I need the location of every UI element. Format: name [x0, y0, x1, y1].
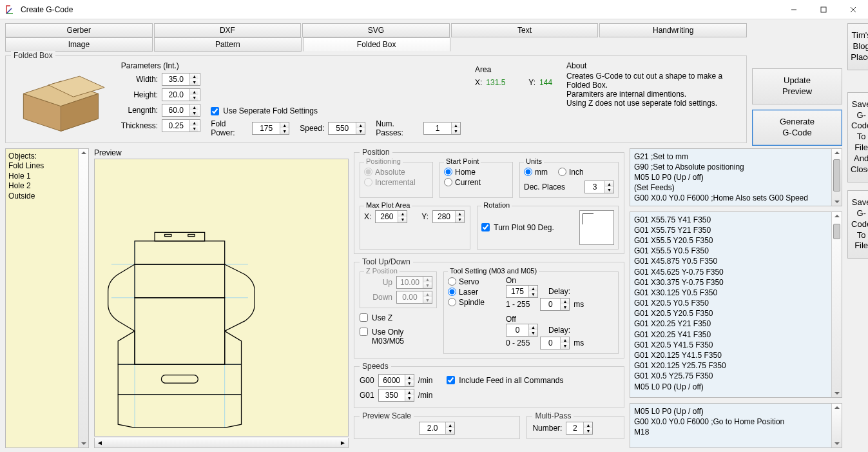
- preview-scale-group: Preview Scale ▲▼: [354, 416, 520, 439]
- titlebar: Create G-Code: [0, 0, 868, 19]
- positioning-incremental: Incremental: [364, 178, 429, 187]
- gcode-body-scrollbar[interactable]: [831, 212, 842, 397]
- maximize-button[interactable]: [809, 0, 838, 19]
- height-label: Height:: [121, 90, 158, 99]
- off-delay-spinner[interactable]: ▲▼: [540, 337, 570, 349]
- objects-list[interactable]: Objects: Fold Lines Hole 1 Hole 2 Outsid…: [5, 148, 89, 448]
- window-title: Create G-Code: [21, 5, 779, 14]
- tab-row-2: Image Pattern Folded Box: [5, 37, 450, 52]
- params-legend: Parameters (Int.): [121, 61, 200, 70]
- startpoint-current[interactable]: Current: [444, 178, 508, 187]
- speeds-group: Speeds G00 ▲▼ /min Include Feed in all C…: [354, 366, 624, 408]
- use-z-check[interactable]: Use Z: [360, 313, 437, 322]
- fold-power-spinner[interactable]: ▲▼: [252, 122, 289, 135]
- position-group: Position Positioning Absolute Incrementa…: [354, 152, 624, 254]
- gcode-footer-scrollbar[interactable]: [831, 404, 842, 447]
- object-item[interactable]: Outside: [8, 192, 75, 202]
- thickness-label: Thickness:: [121, 121, 158, 130]
- tab-image[interactable]: Image: [5, 37, 153, 52]
- tab-pattern[interactable]: Pattern: [154, 37, 302, 52]
- thickness-spinner[interactable]: ▲▼: [162, 119, 200, 132]
- area-y-value: 144: [539, 78, 552, 87]
- num-passes-spinner[interactable]: ▲▼: [423, 122, 461, 135]
- close-button[interactable]: [838, 0, 868, 19]
- object-item[interactable]: Hole 2: [8, 181, 75, 192]
- blog-button[interactable]: Tim's Blog Place: [847, 23, 868, 70]
- tab-text[interactable]: Text: [451, 23, 599, 37]
- tool-servo[interactable]: Servo: [448, 277, 499, 286]
- save-and-close-button[interactable]: Save G-Code To File And Close: [847, 92, 868, 182]
- off-value-spinner[interactable]: ▲▼: [506, 324, 538, 337]
- tool-spindle[interactable]: Spindle: [448, 298, 499, 307]
- objects-label: Objects:: [8, 152, 75, 162]
- svg-rect-16: [135, 241, 225, 264]
- preview-h-scrollbar[interactable]: ◄►: [94, 438, 349, 448]
- fold-speed-label: Speed:: [300, 124, 324, 133]
- svg-rect-19: [161, 375, 198, 382]
- area-x-value: 131.5: [486, 78, 505, 87]
- length-label: Lengnth:: [121, 106, 158, 115]
- include-feed-check[interactable]: Include Feed in all Commands: [447, 376, 563, 385]
- folded-box-group: Folded Box Parameters (Int.): [5, 55, 747, 143]
- tab-dxf[interactable]: DXF: [154, 23, 302, 37]
- on-value-spinner[interactable]: ▲▼: [506, 285, 538, 298]
- rotation-preview: [579, 210, 614, 245]
- tool-group: Tool Up/Down Z Position Up▲▼ Down▲▼ Use …: [354, 262, 624, 359]
- svg-rect-20: [165, 234, 171, 236]
- preview-scale-spinner[interactable]: ▲▼: [419, 422, 455, 435]
- svg-rect-21: [188, 234, 195, 236]
- svg-rect-17: [155, 232, 205, 241]
- gcode-header-box[interactable]: G21 ;Set to mm G90 ;Set to Absolute posi…: [630, 148, 842, 206]
- use-seperate-fold-check[interactable]: Use Seperate Fold Settings: [211, 106, 461, 115]
- maxplot-y-spinner[interactable]: ▲▼: [432, 210, 465, 223]
- on-delay-spinner[interactable]: ▲▼: [540, 298, 570, 311]
- tab-handwriting[interactable]: Handwriting: [599, 23, 747, 37]
- maxplot-x-spinner[interactable]: ▲▼: [375, 210, 407, 223]
- area-y-label: Y:: [528, 78, 535, 87]
- save-to-file-button[interactable]: Save G-Code To File: [847, 190, 868, 259]
- multipass-group: Multi-Pass Number: ▲▼: [526, 416, 624, 439]
- g01-spinner[interactable]: ▲▼: [378, 389, 414, 402]
- about-legend: About: [566, 61, 741, 70]
- use-only-m03-check[interactable]: Use Only M03/M05: [360, 328, 437, 346]
- g00-spinner[interactable]: ▲▼: [378, 374, 414, 387]
- tab-folded-box[interactable]: Folded Box: [303, 37, 450, 52]
- turn-plot-90-check[interactable]: Turn Plot 90 Deg.: [481, 223, 554, 232]
- update-preview-button[interactable]: Update Preview: [752, 68, 842, 104]
- area-x-label: X:: [475, 78, 482, 87]
- gcode-body-box[interactable]: G01 X55.75 Y41 F350 G01 X55.75 Y21 F350 …: [630, 211, 842, 398]
- width-spinner[interactable]: ▲▼: [162, 73, 200, 86]
- fold-power-label: Fold Power:: [211, 119, 248, 137]
- fold-speed-spinner[interactable]: ▲▼: [328, 122, 365, 135]
- gcode-header-scrollbar[interactable]: [831, 149, 842, 206]
- multipass-number-spinner[interactable]: ▲▼: [566, 422, 593, 435]
- svg-rect-1: [821, 7, 826, 12]
- tab-svg[interactable]: SVG: [302, 23, 450, 37]
- minimize-button[interactable]: [779, 0, 809, 19]
- svg-rect-15: [135, 264, 225, 298]
- startpoint-home[interactable]: Home: [444, 168, 508, 177]
- gcode-footer-box[interactable]: M05 L0 P0 (Up / off) G00 X0.0 Y0.0 F6000…: [630, 403, 842, 448]
- units-mm[interactable]: mm: [524, 168, 548, 177]
- folded-box-legend: Folded Box: [11, 51, 55, 60]
- dec-places-spinner[interactable]: ▲▼: [584, 181, 614, 193]
- area-legend: Area: [475, 65, 552, 74]
- objects-scrollbar[interactable]: [78, 149, 88, 447]
- num-passes-label: Num. Passes:: [376, 119, 420, 137]
- tab-row-1: Gerber DXF SVG Text Handwriting: [5, 23, 747, 37]
- units-inch[interactable]: Inch: [558, 168, 584, 177]
- positioning-absolute: Absolute: [364, 168, 429, 177]
- tool-laser[interactable]: Laser: [448, 288, 499, 297]
- z-down-spinner: ▲▼: [396, 291, 432, 304]
- about-text: Creates G-Code to cut out a shape to mak…: [566, 72, 741, 108]
- object-item[interactable]: Hole 1: [8, 172, 75, 182]
- object-item[interactable]: Fold Lines: [8, 161, 75, 172]
- z-up-spinner: ▲▼: [396, 276, 432, 289]
- preview-canvas[interactable]: [94, 159, 349, 437]
- generate-gcode-button[interactable]: Generate G-Code: [752, 110, 842, 146]
- app-icon: [5, 5, 15, 15]
- height-spinner[interactable]: ▲▼: [162, 88, 200, 101]
- length-spinner[interactable]: ▲▼: [162, 104, 200, 117]
- tab-gerber[interactable]: Gerber: [5, 23, 153, 37]
- box-image: [11, 61, 111, 139]
